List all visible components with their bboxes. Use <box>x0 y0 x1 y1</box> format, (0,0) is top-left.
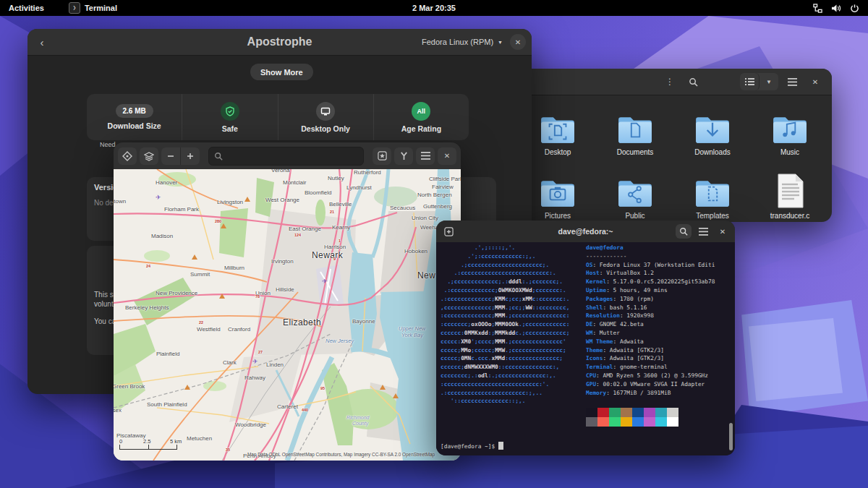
file-item-music[interactable]: Music <box>755 108 825 156</box>
close-icon[interactable]: ✕ <box>806 73 825 90</box>
folder-desktop-icon <box>540 114 576 145</box>
clock[interactable]: 2 Mar 20:35 <box>0 4 868 12</box>
palette-swatch <box>609 408 621 417</box>
map-place-label: Lyndhurst <box>346 184 372 191</box>
file-item-templates[interactable]: Templates <box>678 171 747 220</box>
file-item-downloads[interactable]: Downloads <box>678 108 747 156</box>
palette-swatch <box>621 408 632 417</box>
display-icon <box>316 102 335 121</box>
context-tile-safe[interactable]: Safe <box>182 94 278 140</box>
top-bar: Activities ❯ Terminal 2 Mar 20:35 <box>0 0 868 16</box>
map-place-label: Upper New <box>399 325 426 332</box>
close-icon[interactable]: ✕ <box>438 147 456 165</box>
file-item-transducer-c[interactable]: transducer.c <box>755 171 825 220</box>
palette-swatch <box>644 417 655 427</box>
map-place-label: West Orange <box>265 197 299 203</box>
road-shield-label: 27 <box>258 350 263 354</box>
map-place-label: Kearny <box>332 224 350 231</box>
road-shield-label: 9 <box>333 257 336 261</box>
palette-swatch <box>655 408 667 417</box>
road-shield-label: 440 <box>302 408 308 412</box>
source-dropdown[interactable]: Fedora Linux (RPM) ▼ <box>422 38 503 46</box>
map-place-label: Middlesex <box>114 407 122 414</box>
map-place-label: Belleville <box>329 201 352 207</box>
system-status-area[interactable] <box>813 4 859 13</box>
scrollbar-thumb[interactable] <box>729 423 733 450</box>
context-tile-download-size[interactable]: 2.6 MBDownload Size <box>87 94 182 140</box>
neofetch-ascii-logo: .',;::::;,'. .';:cccccccccccc:;,. .;cccc… <box>441 244 569 406</box>
road-shield-label: 21 <box>330 210 334 214</box>
close-icon[interactable]: ✕ <box>715 224 731 239</box>
folder-music-icon <box>772 114 808 145</box>
map-search-input[interactable] <box>208 147 364 166</box>
locate-icon[interactable] <box>118 147 137 165</box>
map-place-label: Metuchen <box>187 435 212 442</box>
hamburger-menu-icon[interactable] <box>783 73 801 90</box>
zoom-out-icon[interactable] <box>161 147 181 165</box>
map-place-label: Carteret <box>277 403 298 410</box>
map-place-label: Bloomfield <box>305 189 331 196</box>
palette-swatch <box>597 417 609 427</box>
folder-public-icon <box>617 177 653 209</box>
map-scale-bar: 0 2.5 5 km <box>119 438 184 450</box>
terminal-body[interactable]: .',;::::;,'. .';:cccccccccccc:;,. .;cccc… <box>436 242 735 455</box>
context-tile-age-rating[interactable]: AllAge Rating <box>374 94 469 140</box>
zoom-in-icon[interactable] <box>181 147 200 165</box>
map-place-label: Montclair <box>283 179 306 186</box>
file-item-label: Desktop <box>523 148 592 156</box>
neofetch-info: dave@fedora------------OS: Fedora Linux … <box>586 244 715 397</box>
map-canvas[interactable]: ✈✈✈ HanoverVeronaMontclairNutleyRutherfo… <box>114 169 461 461</box>
folder-pictures-icon <box>540 177 576 209</box>
source-label: Fedora Linux (RPM) <box>422 38 493 46</box>
route-icon[interactable] <box>394 147 413 165</box>
file-item-pictures[interactable]: Pictures <box>523 171 592 220</box>
file-item-desktop[interactable]: Desktop <box>523 108 592 156</box>
tile-badge: 2.6 MB <box>116 104 153 118</box>
file-item-documents[interactable]: Documents <box>600 108 670 156</box>
layers-icon[interactable] <box>140 147 158 165</box>
hamburger-menu-icon[interactable] <box>695 224 711 239</box>
maps-headerbar: ✕ <box>114 142 461 170</box>
palette-swatch <box>632 417 644 427</box>
hamburger-menu-icon[interactable] <box>416 147 435 165</box>
map-place-label: County <box>352 421 368 426</box>
new-tab-icon[interactable] <box>441 224 456 239</box>
map-place-label: Harrison <box>324 244 346 250</box>
show-more-button[interactable]: Show More <box>250 64 313 80</box>
palette-swatch <box>655 417 667 427</box>
road-shield-label: 95 <box>320 386 325 390</box>
software-headerbar: Apostrophe ‹ Fedora Linux (RPM) ▼ ✕ <box>27 29 532 56</box>
road-shield-label: 1 <box>339 239 341 243</box>
terminal-headerbar: dave@fedora:~ ✕ <box>436 221 735 243</box>
shell-prompt: [dave@fedora ~]$ <box>441 442 503 451</box>
scale-mid: 2.5 <box>143 438 150 445</box>
file-item-label: Templates <box>678 212 747 220</box>
road-shield-label: 22 <box>199 320 203 325</box>
road-shield-label: 78 <box>255 294 260 299</box>
map-place-label: Summit <box>190 271 210 278</box>
file-item-public[interactable]: Public <box>600 171 670 220</box>
view-options-chevron-icon[interactable]: ▼ <box>760 73 778 90</box>
map-place-label: Bayonne <box>352 318 375 325</box>
context-tile-desktop-only[interactable]: Desktop Only <box>278 94 374 140</box>
cursor-block <box>498 442 503 450</box>
map-place-label: York Bay <box>401 332 423 338</box>
back-icon[interactable]: ‹ <box>33 33 51 51</box>
list-view-icon[interactable] <box>740 73 760 90</box>
map-place-label: Morristown <box>114 198 126 205</box>
kebab-menu-icon[interactable]: ⋮ <box>660 73 679 90</box>
road-shield-label: 24 <box>146 264 150 268</box>
map-place-label: Livingston <box>217 199 243 205</box>
folder-templates-icon <box>694 177 731 209</box>
search-icon[interactable] <box>676 224 692 239</box>
terminal-color-palette <box>586 408 678 427</box>
volume-icon <box>831 4 841 13</box>
close-icon[interactable]: ✕ <box>510 34 526 50</box>
tile-label: Download Size <box>108 121 161 130</box>
favorites-icon[interactable] <box>373 147 391 165</box>
road-shield-label: 280 <box>215 219 221 223</box>
map-place-label: Richmond <box>346 415 370 420</box>
map-place-label: Westfield <box>197 326 221 333</box>
svg-text:✈: ✈ <box>252 358 258 365</box>
search-icon[interactable] <box>684 73 702 90</box>
